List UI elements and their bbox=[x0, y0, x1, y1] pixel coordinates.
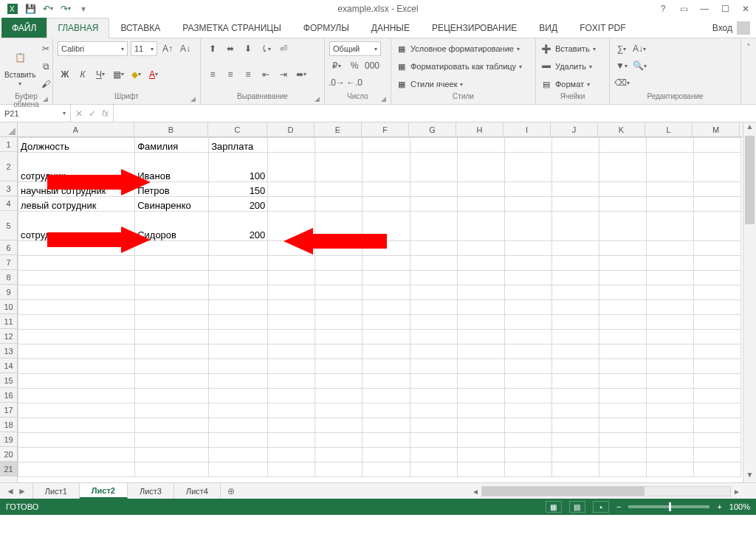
sheet-tab[interactable]: Лист3 bbox=[128, 483, 174, 499]
cell[interactable] bbox=[693, 433, 740, 448]
row-header[interactable]: 5 bbox=[0, 211, 17, 240]
row-header[interactable]: 14 bbox=[0, 358, 17, 373]
cell[interactable] bbox=[268, 330, 315, 344]
view-normal-icon[interactable]: ▦ bbox=[546, 501, 562, 513]
row-header[interactable]: 10 bbox=[0, 299, 17, 314]
cell[interactable] bbox=[209, 344, 268, 359]
tab-foxit-pdf[interactable]: FOXIT PDF bbox=[568, 18, 636, 38]
cell[interactable] bbox=[551, 433, 599, 448]
sort-filter-icon[interactable]: A↓▾ bbox=[632, 41, 647, 56]
cell[interactable] bbox=[599, 403, 646, 418]
cell[interactable] bbox=[410, 256, 457, 271]
cell[interactable] bbox=[599, 462, 646, 477]
zoom-slider[interactable] bbox=[628, 505, 709, 508]
cell[interactable] bbox=[209, 403, 268, 418]
cell[interactable] bbox=[410, 389, 457, 403]
row-header[interactable]: 13 bbox=[0, 344, 17, 358]
cell[interactable] bbox=[646, 285, 693, 300]
cell[interactable] bbox=[693, 256, 740, 271]
increase-decimal-icon[interactable]: .0→ bbox=[329, 75, 344, 90]
close-icon[interactable]: ✕ bbox=[738, 4, 753, 14]
cell[interactable] bbox=[551, 344, 599, 359]
cell[interactable] bbox=[693, 462, 740, 477]
cell[interactable] bbox=[599, 374, 646, 389]
cell[interactable] bbox=[315, 418, 362, 433]
cell[interactable] bbox=[18, 241, 135, 256]
clipboard-dialog-launcher-icon[interactable]: ◢ bbox=[43, 95, 48, 103]
cell[interactable] bbox=[315, 197, 362, 212]
cell[interactable] bbox=[646, 212, 693, 241]
cell[interactable] bbox=[209, 285, 268, 300]
wrap-text-icon[interactable]: ⏎ bbox=[276, 41, 291, 56]
cell[interactable] bbox=[410, 300, 457, 315]
cell[interactable] bbox=[135, 330, 209, 344]
cell[interactable] bbox=[457, 315, 504, 330]
cell[interactable]: Должность bbox=[18, 138, 135, 153]
cell[interactable] bbox=[410, 344, 457, 359]
cell[interactable] bbox=[646, 374, 693, 389]
cell[interactable] bbox=[18, 389, 135, 403]
column-header[interactable]: M bbox=[693, 122, 740, 136]
cell[interactable]: 100 bbox=[209, 153, 268, 182]
cell[interactable]: Иванов bbox=[135, 153, 209, 182]
cell[interactable] bbox=[504, 403, 551, 418]
cell[interactable] bbox=[693, 285, 740, 300]
accounting-format-icon[interactable]: ₽▾ bbox=[329, 58, 344, 73]
cell[interactable] bbox=[551, 256, 599, 271]
underline-icon[interactable]: Ч▾ bbox=[93, 67, 108, 82]
cell[interactable] bbox=[315, 300, 362, 315]
cell[interactable] bbox=[135, 389, 209, 403]
cell[interactable] bbox=[362, 285, 410, 300]
cell[interactable] bbox=[457, 197, 504, 212]
cell[interactable] bbox=[646, 256, 693, 271]
decrease-decimal-icon[interactable]: ←.0 bbox=[347, 75, 362, 90]
cell[interactable] bbox=[268, 256, 315, 271]
cell[interactable] bbox=[599, 433, 646, 448]
cell[interactable] bbox=[362, 433, 410, 448]
enter-formula-icon[interactable]: ✓ bbox=[89, 108, 96, 119]
cell[interactable]: 200 bbox=[209, 212, 268, 241]
cell[interactable] bbox=[315, 182, 362, 197]
autosum-icon[interactable]: ∑▾ bbox=[614, 41, 629, 56]
cell[interactable] bbox=[268, 300, 315, 315]
tab-review[interactable]: РЕЦЕНЗИРОВАНИЕ bbox=[421, 18, 528, 38]
row-header[interactable]: 6 bbox=[0, 240, 17, 255]
column-header[interactable]: C bbox=[208, 122, 267, 136]
cell[interactable] bbox=[551, 315, 599, 330]
sheet-tab[interactable]: Лист4 bbox=[174, 483, 221, 499]
cell[interactable] bbox=[646, 344, 693, 359]
cell[interactable] bbox=[646, 197, 693, 212]
cell[interactable] bbox=[457, 448, 504, 462]
format-cells-button[interactable]: ▤Формат ▾ bbox=[540, 77, 605, 91]
cell[interactable] bbox=[551, 359, 599, 374]
vertical-scrollbar[interactable]: ▲ ▼ bbox=[743, 122, 756, 482]
alignment-dialog-launcher-icon[interactable]: ◢ bbox=[315, 95, 320, 103]
percent-format-icon[interactable]: % bbox=[347, 58, 362, 73]
font-name-select[interactable]: Calibri▾ bbox=[58, 41, 128, 56]
cell[interactable] bbox=[551, 138, 599, 153]
cell[interactable] bbox=[315, 433, 362, 448]
cell[interactable] bbox=[504, 182, 551, 197]
cell[interactable] bbox=[646, 403, 693, 418]
cell[interactable] bbox=[315, 448, 362, 462]
cells-area[interactable]: ДолжностьФамилияЗарплатасотрудникИванов1… bbox=[18, 137, 756, 482]
cell[interactable] bbox=[315, 344, 362, 359]
cell[interactable]: Сидоров bbox=[135, 212, 209, 241]
cell[interactable] bbox=[209, 330, 268, 344]
cell[interactable] bbox=[599, 271, 646, 285]
redo-icon[interactable]: ↷▾ bbox=[59, 2, 72, 15]
row-header[interactable]: 4 bbox=[0, 196, 17, 211]
cell[interactable] bbox=[551, 300, 599, 315]
cell[interactable] bbox=[135, 403, 209, 418]
align-bottom-icon[interactable]: ⬇ bbox=[241, 41, 255, 56]
cell[interactable] bbox=[599, 212, 646, 241]
cell[interactable] bbox=[410, 153, 457, 182]
row-header[interactable]: 3 bbox=[0, 181, 17, 196]
cell[interactable] bbox=[457, 138, 504, 153]
cell[interactable] bbox=[504, 285, 551, 300]
column-header[interactable]: B bbox=[134, 122, 208, 136]
cell[interactable] bbox=[599, 256, 646, 271]
cell[interactable] bbox=[693, 344, 740, 359]
zoom-out-icon[interactable]: − bbox=[616, 502, 621, 511]
cell[interactable] bbox=[457, 285, 504, 300]
